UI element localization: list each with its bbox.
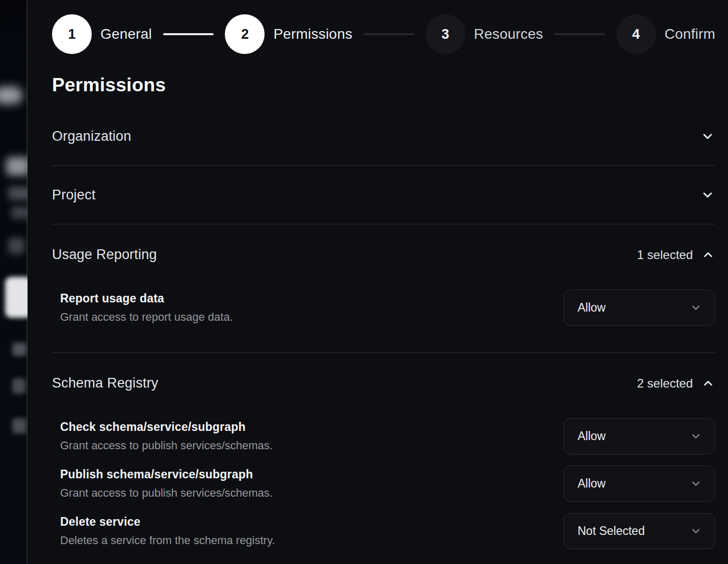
chevron-down-icon [688, 523, 704, 539]
stepper-step-general[interactable]: 1 General [52, 14, 152, 54]
blurred-nav-pill [0, 87, 22, 104]
section-title: Usage Reporting [52, 247, 157, 263]
permission-title: Report usage data [60, 292, 233, 305]
stepper-connector-line [363, 33, 414, 35]
permission-select[interactable]: Not Selected [563, 513, 715, 549]
permission-text: Check schema/service/subgraph Grant acce… [60, 420, 273, 452]
step-label: Confirm [665, 26, 715, 42]
section-title: Schema Registry [52, 375, 159, 391]
permission-section-project: Project [52, 166, 715, 224]
stepper-step-permissions[interactable]: 2 Permissions [225, 14, 352, 54]
stepper-step-resources[interactable]: 3 Resources [426, 14, 543, 54]
wizard-stepper: 1 General 2 Permissions 3 Resources 4 Co… [52, 14, 715, 54]
step-number-circle: 1 [52, 14, 92, 54]
section-header[interactable]: Schema Registry 2 selected [52, 375, 715, 391]
selected-count: 2 selected [637, 376, 693, 391]
permission-description: Deletes a service from the schema regist… [60, 534, 275, 547]
permission-items: Report usage data Grant access to report… [52, 289, 715, 326]
app-root: 1 General 2 Permissions 3 Resources 4 Co… [0, 0, 728, 564]
permission-items: Check schema/service/subgraph Grant acce… [52, 418, 715, 549]
permission-description: Grant access to publish services/schemas… [60, 439, 273, 452]
permission-text: Report usage data Grant access to report… [60, 292, 233, 324]
page-title: Permissions [52, 74, 715, 96]
permission-title: Delete service [60, 515, 275, 529]
step-label: General [100, 26, 152, 42]
wizard-panel: 1 General 2 Permissions 3 Resources 4 Co… [28, 0, 728, 564]
permission-select[interactable]: Allow [563, 466, 715, 502]
stepper-connector-line [163, 33, 214, 35]
permission-row: Publish schema/service/subgraph Grant ac… [52, 465, 715, 502]
background-sidebar [0, 0, 28, 564]
permission-row: Report usage data Grant access to report… [52, 289, 715, 326]
permission-text: Publish schema/service/subgraph Grant ac… [60, 468, 273, 500]
step-number-circle: 2 [225, 14, 265, 54]
select-value: Allow [578, 477, 606, 491]
select-value: Not Selected [578, 524, 645, 538]
section-header[interactable]: Organization [52, 107, 715, 165]
permission-select[interactable]: Allow [563, 290, 715, 326]
section-header[interactable]: Usage Reporting 1 selected [52, 247, 715, 263]
permission-row: Check schema/service/subgraph Grant acce… [52, 418, 715, 454]
step-number-circle: 3 [426, 14, 465, 54]
permission-section-usage-reporting: Usage Reporting 1 selected Report usage … [52, 224, 715, 353]
chevron-down-icon [700, 129, 715, 144]
step-label: Permissions [273, 26, 352, 42]
stepper-connector-line [554, 33, 605, 35]
chevron-up-icon [701, 376, 715, 391]
permission-title: Check schema/service/subgraph [60, 420, 273, 434]
permission-section-organization: Organization [52, 107, 715, 166]
blurred-heading [6, 157, 30, 175]
select-value: Allow [578, 429, 606, 443]
permission-sections: Organization Project Usage Reporting 1 s… [52, 107, 715, 564]
blurred-nav-label [12, 418, 27, 433]
permission-title: Publish schema/service/subgraph [60, 468, 273, 481]
chevron-down-icon [688, 476, 704, 491]
select-value: Allow [578, 301, 606, 315]
blurred-icon [8, 238, 24, 254]
step-label: Resources [474, 26, 543, 42]
chevron-down-icon [688, 428, 704, 444]
section-title: Organization [52, 129, 132, 144]
selected-summary: 1 selected [637, 248, 715, 262]
permission-section-schema-registry: Schema Registry 2 selected Check schema/… [52, 353, 715, 564]
stepper-step-confirm[interactable]: 4 Confirm [616, 14, 715, 54]
section-title: Project [52, 187, 95, 203]
permission-select[interactable]: Allow [563, 418, 715, 454]
chevron-up-icon [701, 248, 715, 262]
step-number-circle: 4 [616, 14, 656, 54]
blurred-nav-label [12, 378, 25, 394]
chevron-down-icon [700, 187, 715, 202]
permission-text: Delete service Deletes a service from th… [60, 515, 275, 547]
selected-summary: 2 selected [637, 376, 715, 391]
section-header[interactable]: Project [52, 166, 715, 224]
chevron-down-icon [688, 300, 704, 315]
selected-count: 1 selected [637, 248, 693, 262]
permission-row: Delete service Deletes a service from th… [52, 512, 715, 549]
permission-description: Grant access to report usage data. [60, 311, 233, 324]
blurred-nav-label [12, 343, 27, 356]
permission-description: Grant access to publish services/schemas… [60, 486, 273, 500]
